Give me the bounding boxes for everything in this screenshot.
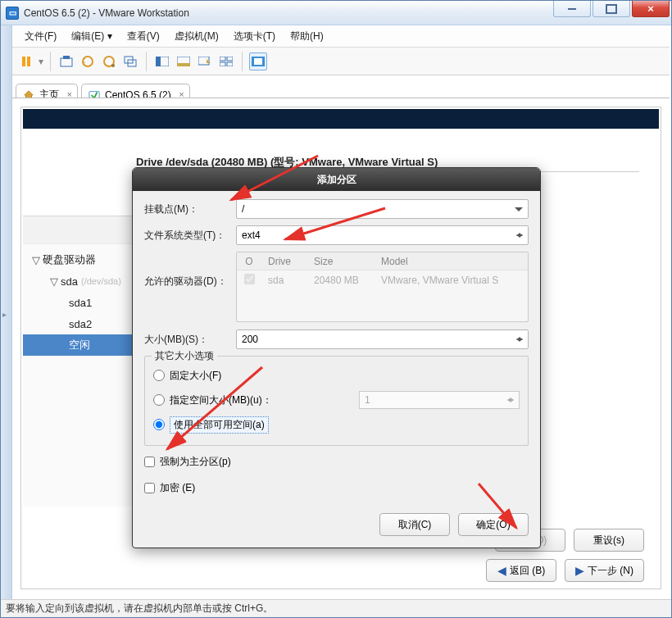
menubar: 文件(F) 编辑(E) ▾ 查看(V) 虚拟机(M) 选项卡(T) 帮助(H) [12, 26, 670, 48]
svg-rect-0 [22, 57, 25, 66]
opt-fixed-radio[interactable] [153, 370, 165, 381]
menu-tabs[interactable]: 选项卡(T) [226, 26, 283, 47]
cancel-button[interactable]: 取消(C) [379, 513, 450, 536]
clone-icon[interactable] [121, 52, 139, 70]
wizard-actions: ◀返回 (B) ▶下一步 (N) [23, 554, 659, 587]
add-partition-dialog: 添加分区 挂载点(M)： / 文件系统类型(T)： ext4 O Drive S… [132, 167, 541, 548]
next-button[interactable]: ▶下一步 (N) [565, 559, 644, 582]
menu-help[interactable]: 帮助(H) [283, 26, 331, 47]
maximize-button[interactable] [593, 1, 630, 17]
force-primary-row[interactable]: 强制为主分区(p) [144, 451, 529, 472]
svg-rect-1 [27, 57, 30, 66]
opt-fixed-row[interactable]: 固定大小(F) [153, 363, 520, 388]
mount-combo[interactable]: / [236, 199, 529, 219]
svg-rect-10 [156, 57, 161, 66]
menu-view[interactable]: 查看(V) [120, 26, 167, 47]
size-options-fieldset: 其它大小选项 固定大小(F) 指定空间大小(MB)(u)： 1 使用全部可用空间… [144, 356, 529, 446]
snapshot-icon[interactable] [57, 52, 75, 70]
svg-rect-12 [177, 63, 190, 66]
opt-all-radio[interactable] [153, 419, 165, 430]
installer-topband [23, 109, 659, 129]
encrypt-row[interactable]: 加密 (E) [144, 477, 529, 498]
col-check: O [237, 256, 261, 267]
close-button[interactable]: × [632, 1, 670, 17]
back-button[interactable]: ◀返回 (B) [486, 559, 556, 582]
app-icon: ▭ [6, 7, 19, 20]
allowed-drives-table[interactable]: O Drive Size Model sda 20480 MB VMware, … [236, 252, 529, 322]
fs-label: 文件系统类型(T)： [144, 229, 236, 243]
svg-point-4 [83, 57, 93, 66]
svg-rect-19 [254, 58, 262, 65]
dialog-title: 添加分区 [133, 168, 540, 191]
svg-rect-2 [61, 58, 72, 66]
menu-file[interactable]: 文件(F) [17, 26, 64, 47]
drive-check [244, 274, 255, 284]
fullscreen-icon[interactable] [249, 52, 267, 70]
snapshot-manage-icon[interactable] [100, 52, 118, 70]
size-label: 大小(MB)(S)： [144, 333, 236, 347]
left-toggle-bar[interactable]: ▸ [1, 25, 12, 617]
view-split-icon[interactable] [153, 52, 171, 70]
titlebar: ▭ CentOS 6.5 (2) - VMware Workstation × [1, 1, 671, 25]
toolbar: ▾ [12, 48, 670, 75]
snapshot-restore-icon[interactable] [79, 52, 97, 70]
svg-rect-3 [63, 56, 70, 59]
opt-all-row[interactable]: 使用全部可用空间(a) [153, 412, 520, 437]
svg-point-6 [111, 64, 115, 67]
svg-rect-14 [220, 57, 225, 61]
pause-icon[interactable] [17, 52, 35, 70]
view-unity-icon[interactable] [196, 52, 214, 70]
fs-combo[interactable]: ext4 [236, 225, 529, 245]
menu-vm[interactable]: 虚拟机(M) [167, 26, 226, 47]
col-model: Model [375, 256, 415, 267]
size-options-legend: 其它大小选项 [152, 349, 217, 363]
reset-button[interactable]: 重设(s) [574, 529, 644, 552]
opt-specify-radio[interactable] [153, 394, 165, 406]
mount-label: 挂载点(M)： [144, 202, 236, 216]
view-multi-icon[interactable] [217, 52, 235, 70]
window-title: CentOS 6.5 (2) - VMware Workstation [24, 7, 189, 19]
force-primary-check[interactable] [144, 457, 155, 467]
col-size: Size [307, 256, 375, 267]
size-input[interactable]: 200 [236, 329, 529, 349]
view-console-icon[interactable] [175, 52, 193, 70]
opt-specify-value: 1 [359, 391, 520, 409]
svg-rect-15 [227, 57, 233, 61]
opt-specify-row[interactable]: 指定空间大小(MB)(u)： 1 [153, 388, 520, 412]
minimize-button[interactable] [553, 1, 591, 17]
allowed-label: 允许的驱动器(D)： [144, 275, 236, 289]
table-row[interactable]: sda 20480 MB VMware, VMware Virtual S [237, 270, 528, 290]
menu-edit[interactable]: 编辑(E) ▾ [64, 26, 119, 47]
col-drive: Drive [261, 256, 307, 267]
ok-button[interactable]: 确定(O) [458, 513, 529, 536]
statusbar: 要将输入定向到该虚拟机，请在虚拟机内部单击或按 Ctrl+G。 [1, 599, 671, 617]
svg-rect-17 [227, 62, 233, 66]
encrypt-check[interactable] [144, 483, 155, 493]
svg-rect-16 [220, 62, 225, 66]
